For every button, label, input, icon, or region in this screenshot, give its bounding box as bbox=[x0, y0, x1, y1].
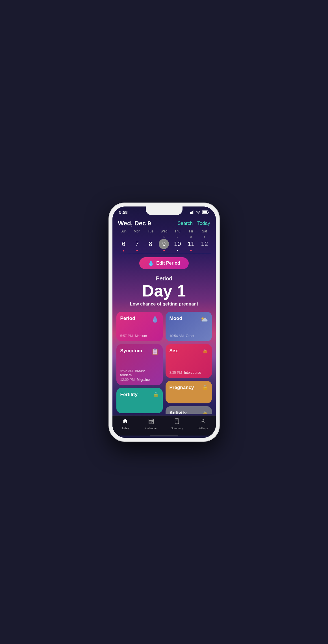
period-info: Period Day 1 Low chance of getting pregn… bbox=[112, 273, 216, 308]
symptom-card-icon: 📋 bbox=[151, 348, 159, 355]
tab-settings[interactable]: Settings bbox=[190, 418, 216, 430]
day-label-fri: Fri bbox=[184, 229, 198, 233]
tab-summary-icon bbox=[174, 418, 180, 426]
day-label-sun: Sun bbox=[117, 229, 131, 233]
svg-rect-5 bbox=[202, 211, 207, 213]
svg-rect-13 bbox=[152, 421, 153, 422]
svg-rect-6 bbox=[208, 212, 209, 213]
svg-rect-11 bbox=[149, 421, 150, 422]
tab-today-icon bbox=[122, 418, 128, 426]
svg-rect-16 bbox=[175, 419, 179, 424]
date-cell-8[interactable]: 8 bbox=[144, 234, 157, 253]
right-column: Mood ⛅ 10:54 AM Great Sex bbox=[166, 312, 212, 414]
mood-card-icon: ⛅ bbox=[200, 316, 208, 323]
signal-icon bbox=[190, 210, 195, 214]
period-subtitle: Low chance of getting pregnant bbox=[112, 302, 216, 307]
tab-today[interactable]: Today bbox=[112, 418, 138, 430]
header-date: Wed, Dec 9 bbox=[118, 220, 151, 227]
tab-today-label: Today bbox=[121, 427, 129, 430]
svg-rect-14 bbox=[149, 422, 150, 423]
activity-card-header: Activity 🔒 bbox=[170, 410, 208, 414]
sex-card[interactable]: Sex 🔒 8:35 PM Intercourse bbox=[166, 344, 212, 378]
wifi-icon bbox=[196, 210, 201, 214]
day-label-wed: Wed bbox=[157, 229, 171, 233]
date-cell-12[interactable]: 4 12 bbox=[198, 234, 211, 253]
svg-rect-3 bbox=[194, 210, 194, 214]
tab-calendar-label: Calendar bbox=[145, 427, 157, 430]
date-cell-10[interactable]: 2 10 ● bbox=[171, 234, 184, 253]
day-label-thu: Thu bbox=[171, 229, 184, 233]
date-cell-6[interactable]: 6 ♥ bbox=[117, 234, 131, 253]
day-label-mon: Mon bbox=[130, 229, 144, 233]
mood-card-entries: 10:54 AM Great bbox=[170, 334, 208, 338]
left-column: Period 💧 5:57 PM Medium bbox=[116, 312, 163, 414]
header-actions: Search Today bbox=[177, 221, 210, 226]
tab-bar: Today Calendar Summary bbox=[112, 416, 216, 436]
day-label-sat: Sat bbox=[198, 229, 211, 233]
battery-icon bbox=[202, 210, 209, 214]
date-numbers: 6 ♥ 7 ♥ 8 1 9 bbox=[117, 234, 211, 253]
edit-period-button[interactable]: 💧 Edit Period bbox=[139, 257, 188, 269]
svg-rect-0 bbox=[190, 212, 191, 214]
symptom-card[interactable]: Symptom 📋 3:52 PM Breast tendern... 12:0… bbox=[116, 344, 163, 385]
pregnancy-card-header: Pregnancy 🔒 bbox=[170, 385, 208, 390]
fertility-card[interactable]: Fertility 🔒 bbox=[116, 388, 163, 413]
period-entry-1: 5:57 PM Medium bbox=[120, 334, 159, 338]
svg-rect-12 bbox=[151, 421, 151, 422]
date-cell-11[interactable]: 3 11 ♥ bbox=[184, 234, 198, 253]
svg-point-20 bbox=[202, 419, 204, 421]
symptom-card-entries: 3:52 PM Breast tendern... 12:09 PM Migra… bbox=[120, 369, 159, 382]
tab-settings-label: Settings bbox=[198, 427, 208, 430]
home-indicator bbox=[150, 436, 178, 437]
period-card-icon: 💧 bbox=[151, 316, 159, 323]
fertility-lock-icon: 🔒 bbox=[153, 392, 159, 397]
sex-card-title: Sex bbox=[170, 348, 178, 354]
svg-rect-2 bbox=[192, 211, 193, 214]
tab-calendar-icon bbox=[148, 418, 154, 426]
status-icons bbox=[190, 210, 209, 214]
sex-entry-1: 8:35 PM Intercourse bbox=[170, 371, 208, 375]
symptom-entry-2: 12:09 PM Migraine bbox=[120, 378, 159, 382]
period-card-title: Period bbox=[120, 316, 135, 321]
sex-card-header: Sex 🔒 bbox=[170, 348, 208, 354]
sex-card-entries: 8:35 PM Intercourse bbox=[170, 371, 208, 375]
cards-grid: Period 💧 5:57 PM Medium bbox=[112, 308, 216, 414]
mood-card-title: Mood bbox=[170, 316, 182, 321]
today-button[interactable]: Today bbox=[197, 221, 210, 226]
tab-settings-icon bbox=[200, 418, 206, 426]
activity-card-title: Activity bbox=[170, 410, 187, 414]
date-underline bbox=[117, 253, 211, 254]
fertility-card-title: Fertility bbox=[120, 392, 138, 397]
tab-calendar[interactable]: Calendar bbox=[138, 418, 164, 430]
svg-rect-1 bbox=[191, 212, 192, 214]
pregnancy-card[interactable]: Pregnancy 🔒 bbox=[166, 381, 212, 403]
tab-summary[interactable]: Summary bbox=[164, 418, 190, 430]
symptom-card-title: Symptom bbox=[120, 348, 142, 354]
date-cell-7[interactable]: 7 ♥ bbox=[130, 234, 144, 253]
sex-lock-icon: 🔒 bbox=[202, 348, 208, 353]
mood-card[interactable]: Mood ⛅ 10:54 AM Great bbox=[166, 312, 212, 341]
svg-rect-15 bbox=[151, 422, 151, 423]
day-label-tue: Tue bbox=[144, 229, 157, 233]
period-card-header: Period 💧 bbox=[120, 316, 159, 323]
period-label: Period bbox=[112, 275, 216, 282]
drop-icon: 💧 bbox=[148, 260, 154, 266]
period-card[interactable]: Period 💧 5:57 PM Medium bbox=[116, 312, 163, 341]
activity-lock-icon: 🔒 bbox=[202, 410, 208, 414]
date-cell-9[interactable]: 1 9 ♥ bbox=[157, 234, 171, 253]
edit-period-label: Edit Period bbox=[156, 261, 180, 266]
header: Wed, Dec 9 Search Today bbox=[112, 217, 216, 229]
tab-summary-label: Summary bbox=[171, 427, 183, 430]
period-card-entries: 5:57 PM Medium bbox=[120, 334, 159, 338]
mood-entry-1: 10:54 AM Great bbox=[170, 334, 208, 338]
pregnancy-lock-icon: 🔒 bbox=[202, 385, 208, 390]
day-labels: Sun Mon Tue Wed Thu Fri Sat bbox=[117, 229, 211, 233]
symptom-card-header: Symptom 📋 bbox=[120, 348, 159, 355]
search-button[interactable]: Search bbox=[177, 221, 193, 226]
pregnancy-card-title: Pregnancy bbox=[170, 385, 194, 390]
period-day: Day 1 bbox=[112, 282, 216, 300]
fertility-card-header: Fertility 🔒 bbox=[120, 392, 159, 397]
activity-card[interactable]: Activity 🔒 bbox=[166, 406, 212, 414]
calendar-section: Sun Mon Tue Wed Thu Fri Sat 6 ♥ bbox=[112, 229, 216, 253]
symptom-entry-1: 3:52 PM Breast tendern... bbox=[120, 369, 159, 377]
